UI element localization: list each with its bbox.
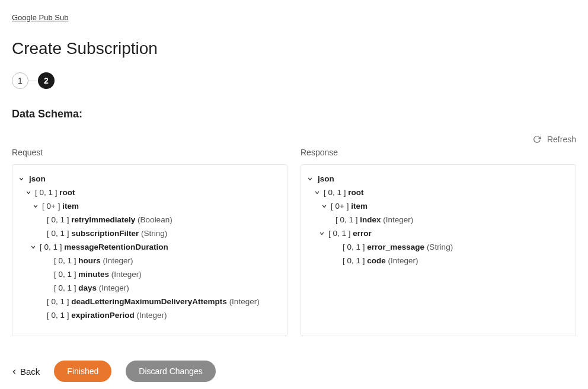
step-connector	[28, 81, 38, 81]
node-name: messageRetentionDuration	[64, 243, 168, 251]
refresh-icon	[533, 135, 541, 144]
tree-node[interactable]: [ 0+ ] item	[18, 199, 281, 213]
node-name: root	[348, 188, 363, 197]
node-type: (Boolean)	[138, 215, 172, 224]
page-title: Create Subscription	[12, 39, 576, 58]
node-cardinality: [ 0, 1 ]	[54, 256, 78, 265]
tree-node[interactable]: [ 0, 1 ] error	[307, 227, 570, 240]
tree-node[interactable]: [ 0+ ] item	[307, 199, 570, 213]
tree-node[interactable]: [ 0, 1 ] days (Integer)	[18, 281, 281, 295]
node-name: json	[29, 174, 46, 183]
node-cardinality: [ 0, 1 ]	[328, 229, 353, 238]
request-schema-panel[interactable]: json[ 0, 1 ] root[ 0+ ] item[ 0, 1 ] ret…	[12, 164, 287, 336]
chevron-down-icon[interactable]	[18, 176, 27, 182]
step-1[interactable]: 1	[12, 72, 28, 89]
back-button[interactable]: Back	[12, 366, 40, 377]
node-cardinality: [ 0, 1 ]	[47, 229, 71, 238]
chevron-down-icon[interactable]	[307, 176, 315, 182]
node-cardinality: [ 0+ ]	[42, 202, 62, 211]
node-name: code	[367, 256, 386, 265]
response-schema-panel[interactable]: json[ 0, 1 ] root[ 0+ ] item[ 0, 1 ] ind…	[301, 164, 576, 336]
node-name: root	[59, 188, 75, 197]
discard-button[interactable]: Discard Changes	[126, 361, 215, 382]
chevron-down-icon[interactable]	[25, 190, 34, 196]
node-cardinality: [ 0, 1 ]	[35, 188, 59, 197]
node-type: (Integer)	[229, 297, 260, 306]
tree-node[interactable]: json	[18, 172, 281, 186]
refresh-button[interactable]: Refresh	[12, 135, 576, 144]
tree-node[interactable]: [ 0, 1 ] deadLetteringMaximumDeliveryAtt…	[18, 295, 281, 308]
tree-node[interactable]: [ 0, 1 ] root	[307, 186, 570, 199]
node-name: item	[62, 202, 79, 211]
tree-node[interactable]: [ 0, 1 ] code (Integer)	[307, 254, 570, 267]
chevron-down-icon[interactable]	[314, 190, 322, 196]
node-cardinality: [ 0, 1 ]	[335, 215, 360, 224]
node-name: subscriptionFilter	[71, 229, 139, 238]
node-name: error_message	[367, 243, 424, 251]
node-cardinality: [ 0, 1 ]	[343, 243, 367, 251]
node-name: item	[351, 202, 368, 211]
tree-node[interactable]: [ 0, 1 ] minutes (Integer)	[18, 267, 281, 281]
chevron-left-icon	[12, 366, 17, 377]
tree-node[interactable]: [ 0, 1 ] subscriptionFilter (String)	[18, 227, 281, 240]
node-name: expirationPeriod	[71, 311, 135, 320]
node-type: (Integer)	[99, 283, 129, 292]
node-name: json	[318, 174, 334, 183]
chevron-down-icon[interactable]	[33, 203, 41, 209]
node-name: retryImmediately	[71, 215, 135, 224]
breadcrumb-link[interactable]: Google Pub Sub	[12, 13, 68, 22]
back-label: Back	[20, 366, 40, 377]
node-cardinality: [ 0, 1 ]	[47, 297, 71, 306]
tree-node[interactable]: [ 0, 1 ] expirationPeriod (Integer)	[18, 308, 281, 322]
node-type: (Integer)	[111, 270, 142, 279]
node-cardinality: [ 0, 1 ]	[40, 243, 64, 251]
node-name: index	[360, 215, 381, 224]
node-cardinality: [ 0+ ]	[331, 202, 351, 211]
node-type: (String)	[141, 229, 167, 238]
response-label: Response	[301, 148, 576, 157]
tree-node[interactable]: [ 0, 1 ] hours (Integer)	[18, 254, 281, 267]
stepper: 1 2	[12, 72, 576, 89]
tree-node[interactable]: [ 0, 1 ] root	[18, 186, 281, 199]
node-cardinality: [ 0, 1 ]	[54, 283, 78, 292]
node-name: error	[353, 229, 372, 238]
node-type: (Integer)	[388, 256, 418, 265]
node-name: hours	[78, 256, 101, 265]
node-type: (Integer)	[383, 215, 413, 224]
tree-node[interactable]: [ 0, 1 ] retryImmediately (Boolean)	[18, 213, 281, 227]
tree-node[interactable]: [ 0, 1 ] messageRetentionDuration	[18, 240, 281, 254]
node-cardinality: [ 0, 1 ]	[47, 311, 71, 320]
chevron-down-icon[interactable]	[30, 244, 39, 250]
node-name: days	[78, 283, 97, 292]
section-heading: Data Schema:	[12, 108, 576, 120]
finished-button[interactable]: Finished	[54, 361, 111, 382]
node-cardinality: [ 0, 1 ]	[343, 256, 367, 265]
node-type: (String)	[427, 243, 453, 251]
node-name: deadLetteringMaximumDeliveryAttempts	[71, 297, 227, 306]
node-cardinality: [ 0, 1 ]	[47, 215, 71, 224]
node-cardinality: [ 0, 1 ]	[54, 270, 78, 279]
chevron-down-icon[interactable]	[319, 231, 327, 237]
node-type: (Integer)	[103, 256, 133, 265]
step-2[interactable]: 2	[38, 72, 55, 89]
tree-node[interactable]: [ 0, 1 ] error_message (String)	[307, 240, 570, 254]
request-label: Request	[12, 148, 287, 157]
tree-node[interactable]: [ 0, 1 ] index (Integer)	[307, 213, 570, 227]
chevron-down-icon[interactable]	[321, 203, 330, 209]
refresh-label: Refresh	[547, 135, 576, 144]
tree-node[interactable]: json	[307, 172, 570, 186]
node-name: minutes	[78, 270, 109, 279]
node-type: (Integer)	[137, 311, 167, 320]
node-cardinality: [ 0, 1 ]	[324, 188, 348, 197]
